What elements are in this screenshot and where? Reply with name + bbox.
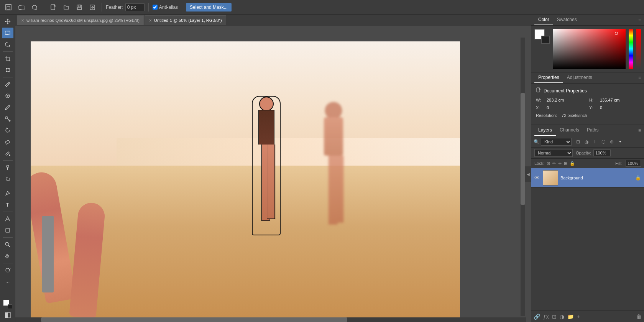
history-brush-tool[interactable]	[2, 125, 13, 136]
layer-delete-icon[interactable]: 🗑	[636, 314, 642, 320]
lock-transparent-icon[interactable]: ⊡	[547, 161, 550, 166]
shape-filter-icon[interactable]: ⬡	[600, 139, 607, 145]
layer-background[interactable]: 👁 Background 🔒	[531, 168, 644, 187]
props-panel-menu[interactable]: ≡	[638, 75, 641, 80]
lock-all-icon[interactable]: 🔒	[570, 161, 575, 166]
rect-select-icon[interactable]	[16, 2, 27, 13]
layer-fx-icon[interactable]: ƒx	[543, 314, 549, 320]
quick-mask-toggle[interactable]	[2, 310, 13, 320]
resolution-label: Resolution:	[536, 113, 557, 118]
home-icon[interactable]	[3, 2, 14, 13]
open-doc-icon[interactable]	[61, 2, 72, 13]
save-doc-icon[interactable]	[74, 2, 85, 13]
share-doc-icon[interactable]	[87, 2, 98, 13]
y-value: 0	[600, 105, 639, 110]
move-tool[interactable]	[2, 16, 13, 27]
tool-sep-4	[3, 186, 13, 186]
opacity-input[interactable]	[593, 150, 611, 156]
type-tool[interactable]: T	[2, 199, 13, 210]
layer-lock-icon: 🔒	[635, 175, 641, 181]
layer-new-icon[interactable]: +	[577, 314, 580, 320]
eraser-tool[interactable]	[2, 136, 13, 147]
dodge-tool[interactable]	[2, 162, 13, 173]
type-filter-icon[interactable]: T	[591, 139, 598, 145]
custom-shape-tool[interactable]	[2, 225, 13, 236]
right-panels: Color Swatches ≡	[531, 15, 644, 322]
layers-tab[interactable]: Layers	[534, 125, 556, 136]
svg-rect-31	[5, 312, 8, 318]
layers-list: 👁 Background 🔒	[531, 168, 644, 310]
color-panel-collapse[interactable]: ≡	[638, 17, 641, 23]
anti-alias-checkbox[interactable]: Anti-alias	[153, 5, 178, 10]
right-panel-collapse[interactable]: ◀	[525, 166, 531, 182]
transform-tool[interactable]	[2, 65, 13, 76]
lasso-dropdown[interactable]	[29, 2, 40, 13]
top-toolbar: Feather: Anti-alias Select and Mask...	[0, 0, 644, 15]
props-title: Document Properties	[536, 87, 639, 94]
color-picker-gradient[interactable]	[553, 29, 626, 69]
brush-tool[interactable]	[2, 102, 13, 113]
zoom-tool[interactable]	[2, 239, 13, 250]
foreground-background-colors[interactable]	[2, 299, 13, 310]
blur-tool[interactable]	[2, 174, 13, 184]
adjustment-filter-icon[interactable]: ◑	[583, 139, 590, 145]
layer-kind-select[interactable]: Kind	[541, 138, 572, 146]
eyedropper-tool[interactable]	[2, 79, 13, 90]
properties-adjustments-panel: Properties Adjustments ≡ Document Proper…	[531, 72, 644, 125]
lock-position-icon[interactable]: ✛	[558, 161, 562, 166]
lock-artboard-icon[interactable]: ⊞	[564, 161, 567, 166]
layer-visibility-eye[interactable]: 👁	[534, 175, 540, 181]
feather-input[interactable]	[125, 3, 145, 11]
marquee-tool[interactable]	[2, 28, 13, 38]
crop-tool[interactable]	[2, 53, 13, 64]
hue-slider[interactable]	[629, 29, 633, 69]
filter-toggle[interactable]: ●	[617, 139, 624, 145]
background-figure	[318, 102, 349, 225]
alpha-slider[interactable]	[636, 29, 641, 69]
tab-photo[interactable]: ✕ william-recinos-Qnd9uX6d-sM-unsplash.j…	[17, 15, 144, 25]
pixel-filter-icon[interactable]: ⊡	[575, 139, 582, 145]
properties-tab[interactable]: Properties	[534, 72, 563, 83]
blend-mode-select[interactable]: Normal	[534, 149, 573, 157]
canvas-area: ✕ william-recinos-Qnd9uX6d-sM-unsplash.j…	[15, 15, 531, 322]
background-color-swatch[interactable]	[541, 36, 550, 44]
fill-input[interactable]	[626, 160, 641, 167]
tab-untitled-close[interactable]: ✕	[149, 18, 152, 23]
tab-untitled[interactable]: ✕ Untitled-1 @ 50% (Layer 1, RGB/8*)	[145, 15, 226, 25]
channels-tab[interactable]: Channels	[556, 125, 583, 136]
layers-panel-menu[interactable]: ≡	[638, 128, 641, 133]
swatches-tab[interactable]: Swatches	[553, 15, 581, 25]
path-select-tool[interactable]	[2, 214, 13, 224]
new-doc-icon[interactable]	[48, 2, 59, 13]
tool-sep-3	[3, 160, 13, 161]
color-swatches-box[interactable]	[534, 29, 550, 44]
canvas-scrollbar-horizontal[interactable]	[15, 317, 526, 322]
lock-image-icon[interactable]: ✏	[552, 161, 556, 166]
heal-tool[interactable]	[2, 90, 13, 101]
canvas-viewport[interactable]: ◀	[15, 26, 531, 322]
rotate-view-tool[interactable]	[2, 265, 13, 276]
beach-image	[31, 41, 460, 317]
beach-chair	[42, 216, 54, 292]
layers-panel: Layers Channels Paths ≡ 🔍 Kind ⊡ ◑ T ⬡	[531, 125, 644, 322]
clone-tool[interactable]	[2, 113, 13, 124]
paint-bucket-tool[interactable]	[2, 148, 13, 159]
layer-adjustment-icon[interactable]: ◑	[560, 314, 564, 320]
filter-icon: 🔍	[534, 139, 539, 145]
smart-filter-icon[interactable]: ⊕	[608, 139, 615, 145]
figure-head	[259, 97, 274, 111]
lasso-tool[interactable]	[2, 39, 13, 50]
layer-mask-icon[interactable]: ⊡	[552, 314, 557, 320]
paths-tab[interactable]: Paths	[583, 125, 603, 136]
tab-photo-close[interactable]: ✕	[21, 18, 24, 23]
more-tools[interactable]: ···	[2, 276, 13, 287]
hand-tool[interactable]	[2, 251, 13, 261]
layer-link-icon[interactable]: 🔗	[534, 314, 540, 320]
pen-tool[interactable]	[2, 188, 13, 199]
layer-group-icon[interactable]: 📁	[567, 314, 574, 320]
adjustments-tab[interactable]: Adjustments	[563, 72, 596, 83]
color-panel-tabs: Color Swatches ≡	[531, 15, 644, 26]
canvas-scrollbar-vertical[interactable]	[521, 38, 525, 316]
color-tab[interactable]: Color	[534, 15, 553, 25]
select-mask-button[interactable]: Select and Mask...	[186, 3, 232, 12]
